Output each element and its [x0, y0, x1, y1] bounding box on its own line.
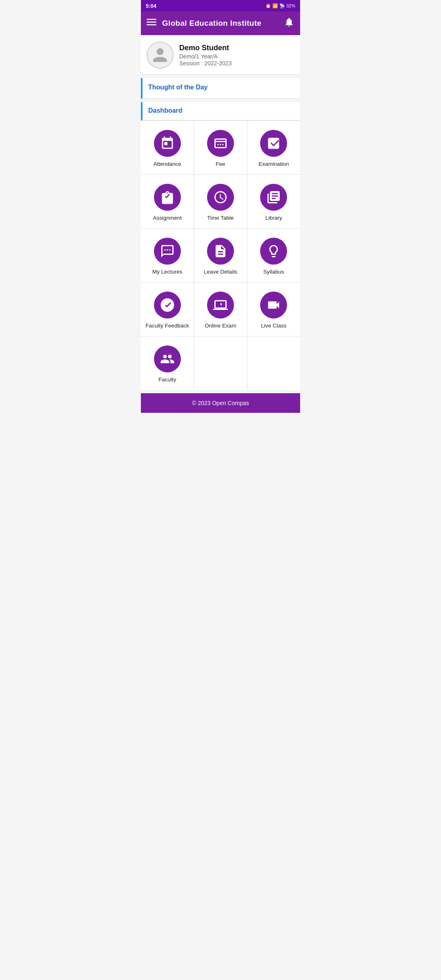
assignment-label: Assignment — [153, 215, 182, 221]
grid-item-syllabus[interactable]: Syllabus — [247, 229, 300, 282]
online-exam-icon-circle — [207, 292, 234, 318]
profile-session: Session : 2022-2023 — [179, 60, 232, 67]
faculty-icon-circle — [154, 345, 181, 372]
examination-icon — [266, 136, 281, 151]
grid-item-faculty[interactable]: Faculty — [141, 336, 194, 390]
faculty-icon — [160, 352, 175, 366]
fee-icon — [213, 136, 228, 151]
grid-item-library[interactable]: Library — [247, 175, 300, 228]
grid-empty-1 — [194, 336, 247, 390]
assignment-icon-circle — [154, 184, 181, 211]
assignment-icon — [160, 190, 175, 205]
attendance-icon-circle — [154, 130, 181, 157]
app-title: Global Education Institute — [162, 19, 284, 28]
live-class-icon — [266, 298, 281, 312]
lectures-label: My Lectures — [152, 269, 183, 275]
live-class-label: Live Class — [261, 323, 286, 329]
grid-item-my-lectures[interactable]: My Lectures — [141, 229, 194, 282]
wifi-icon: 📶 — [272, 3, 278, 9]
online-exam-label: Online Exam — [205, 323, 236, 329]
grid-item-online-exam[interactable]: Online Exam — [194, 283, 247, 336]
library-icon-circle — [260, 184, 287, 211]
syllabus-icon-circle — [260, 238, 287, 265]
profile-info: Demo Student Demo/1 Year/A Session : 202… — [179, 44, 232, 67]
alarm-icon: ⏰ — [265, 3, 271, 9]
attendance-icon — [160, 136, 175, 151]
examination-icon-circle — [260, 130, 287, 157]
grid-item-timetable[interactable]: Time Table — [194, 175, 247, 228]
faculty-label: Faculty — [158, 376, 176, 383]
library-label: Library — [265, 215, 282, 221]
thought-of-day-title: Thought of the Day — [148, 84, 294, 91]
grid-item-faculty-feedback[interactable]: Faculty Feedback — [141, 283, 194, 336]
signal-icon: 📡 — [279, 3, 285, 9]
attendance-label: Attendance — [154, 161, 181, 167]
faculty-feedback-label: Faculty Feedback — [145, 323, 189, 329]
online-exam-icon — [213, 298, 228, 312]
grid-item-examination[interactable]: Examination — [247, 121, 300, 174]
syllabus-label: Syllabus — [263, 269, 284, 275]
fee-label: Fee — [216, 161, 225, 167]
svg-rect-1 — [147, 22, 156, 23]
feedback-icon-circle — [154, 292, 181, 318]
dashboard-grid: Attendance Fee Examination Assignment — [141, 120, 300, 390]
live-class-icon-circle — [260, 292, 287, 318]
svg-rect-0 — [147, 19, 156, 20]
timetable-icon-circle — [207, 184, 234, 211]
footer: © 2023 Open Compas — [141, 393, 300, 413]
grid-item-live-class[interactable]: Live Class — [247, 283, 300, 336]
leave-icon-circle — [207, 238, 234, 265]
library-icon — [266, 190, 281, 205]
profile-section: Demo Student Demo/1 Year/A Session : 202… — [141, 35, 300, 75]
feedback-icon — [160, 298, 175, 312]
leave-label: Leave Details — [204, 269, 237, 275]
grid-item-leave-details[interactable]: Leave Details — [194, 229, 247, 282]
grid-item-attendance[interactable]: Attendance — [141, 121, 194, 174]
lectures-icon — [160, 244, 175, 258]
status-time: 5:04 — [146, 3, 156, 9]
status-bar: 5:04 ⏰ 📶 📡 32% — [141, 0, 300, 11]
svg-rect-2 — [147, 24, 156, 26]
timetable-icon — [213, 190, 228, 205]
battery-text: 32% — [286, 3, 295, 8]
dashboard-title: Dashboard — [148, 107, 294, 114]
dashboard-section: Dashboard — [141, 102, 300, 120]
grid-item-assignment[interactable]: Assignment — [141, 175, 194, 228]
toolbar: Global Education Institute — [141, 11, 300, 35]
lectures-icon-circle — [154, 238, 181, 265]
examination-label: Examination — [258, 161, 289, 167]
status-icons: ⏰ 📶 📡 32% — [265, 3, 295, 9]
footer-text: © 2023 Open Compas — [192, 400, 249, 406]
leave-icon — [213, 244, 228, 258]
menu-icon[interactable] — [147, 17, 156, 29]
profile-name: Demo Student — [179, 44, 232, 52]
fee-icon-circle — [207, 130, 234, 157]
syllabus-icon — [266, 244, 281, 258]
grid-empty-2 — [247, 336, 300, 390]
bottom-space — [141, 413, 300, 429]
profile-class: Demo/1 Year/A — [179, 53, 232, 60]
thought-of-day-section: Thought of the Day — [141, 78, 300, 99]
grid-item-fee[interactable]: Fee — [194, 121, 247, 174]
avatar — [147, 42, 174, 69]
timetable-label: Time Table — [207, 215, 234, 221]
notification-bell-icon[interactable] — [284, 17, 294, 30]
